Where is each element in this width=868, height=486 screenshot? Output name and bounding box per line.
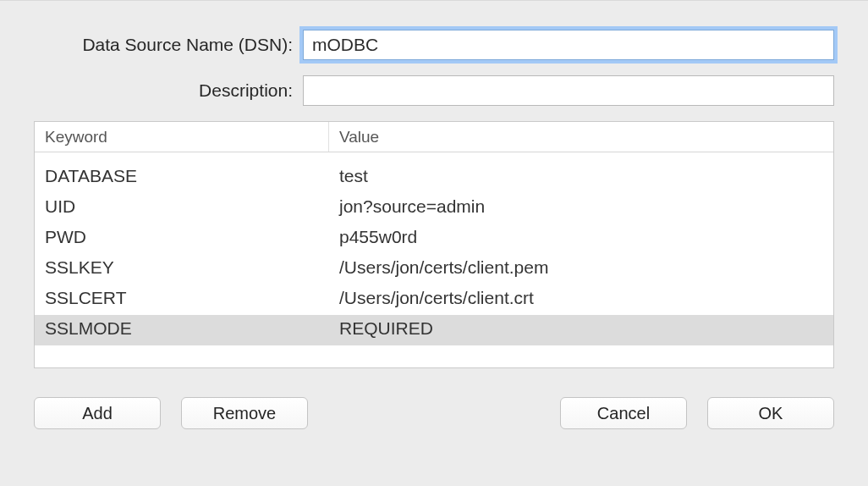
table-body[interactable]: PORT3307DATABASEtestUIDjon?source=adminP… xyxy=(35,152,833,367)
cancel-button[interactable]: Cancel xyxy=(560,397,687,429)
column-header-value[interactable]: Value xyxy=(329,122,833,152)
cell-keyword: DATABASE xyxy=(35,163,329,193)
table-row[interactable]: SSLKEY/Users/jon/certs/client.pem xyxy=(35,254,833,284)
column-header-keyword[interactable]: Keyword xyxy=(35,122,329,152)
cell-value: test xyxy=(329,163,833,193)
odbc-dsn-dialog: Data Source Name (DSN): Description: Key… xyxy=(0,0,868,486)
cell-keyword: UID xyxy=(35,193,329,224)
cell-value: 3307 xyxy=(329,152,833,163)
cell-value: /Users/jon/certs/client.pem xyxy=(329,254,833,284)
table-row[interactable]: PORT3307 xyxy=(35,152,833,163)
description-label: Description: xyxy=(34,80,303,101)
cell-keyword: PWD xyxy=(35,224,329,254)
cell-value: /Users/jon/certs/client.crt xyxy=(329,284,833,315)
table-header: Keyword Value xyxy=(35,122,833,152)
table-row[interactable]: SSLCERT/Users/jon/certs/client.crt xyxy=(35,284,833,315)
dsn-input[interactable] xyxy=(303,30,834,60)
table-row[interactable]: UIDjon?source=admin xyxy=(35,193,833,224)
cell-keyword: SSLMODE xyxy=(35,315,329,345)
keyword-value-table: Keyword Value PORT3307DATABASEtestUIDjon… xyxy=(34,121,834,368)
table-row[interactable]: PWDp455w0rd xyxy=(35,224,833,254)
cell-value: REQUIRED xyxy=(329,315,833,345)
table-row[interactable]: SSLMODEREQUIRED xyxy=(35,315,833,345)
description-row: Description: xyxy=(34,75,834,106)
add-button[interactable]: Add xyxy=(34,397,161,429)
cell-keyword: SSLCERT xyxy=(35,284,329,315)
ok-button[interactable]: OK xyxy=(707,397,834,429)
dsn-row: Data Source Name (DSN): xyxy=(34,30,834,60)
description-input[interactable] xyxy=(303,75,834,106)
remove-button[interactable]: Remove xyxy=(181,397,308,429)
button-bar: Add Remove Cancel OK xyxy=(34,397,834,429)
cell-value: p455w0rd xyxy=(329,224,833,254)
dsn-label: Data Source Name (DSN): xyxy=(34,35,303,55)
cell-keyword: PORT xyxy=(35,152,329,163)
cell-keyword: SSLKEY xyxy=(35,254,329,284)
cell-value: jon?source=admin xyxy=(329,193,833,224)
table-row[interactable]: DATABASEtest xyxy=(35,163,833,193)
